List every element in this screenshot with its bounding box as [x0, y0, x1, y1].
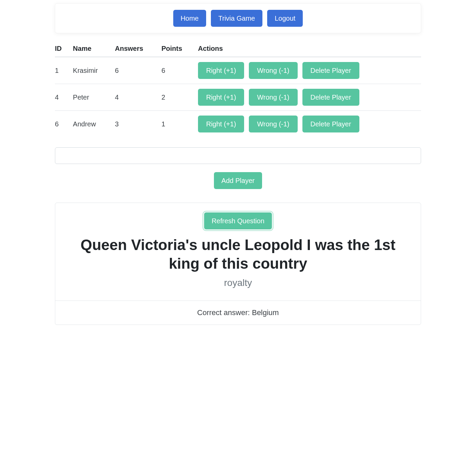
cell-points: 2 — [161, 84, 198, 111]
question-text: Queen Victoria's uncle Leopold I was the… — [69, 235, 407, 273]
right-button[interactable]: Right (+1) — [198, 62, 244, 79]
question-category: royalty — [69, 277, 407, 288]
cell-answers: 3 — [115, 111, 161, 138]
delete-player-button[interactable]: Delete Player — [302, 89, 359, 106]
col-points: Points — [161, 43, 198, 57]
nav-trivia-button[interactable]: Trivia Game — [211, 10, 262, 27]
answer-prefix: Correct answer: — [197, 308, 252, 317]
cell-answers: 6 — [115, 57, 161, 84]
answer-text: Belgium — [252, 308, 279, 317]
cell-id: 4 — [55, 84, 73, 111]
navbar: Home Trivia Game Logout — [55, 3, 421, 33]
players-table: ID Name Answers Points Actions 1 Krasimi… — [55, 43, 421, 137]
delete-player-button[interactable]: Delete Player — [302, 116, 359, 132]
player-name-input[interactable] — [55, 147, 421, 164]
col-actions: Actions — [198, 43, 421, 57]
right-button[interactable]: Right (+1) — [198, 116, 244, 132]
add-player-button[interactable]: Add Player — [214, 172, 262, 189]
cell-id: 6 — [55, 111, 73, 138]
nav-home-button[interactable]: Home — [173, 10, 206, 27]
nav-logout-button[interactable]: Logout — [267, 10, 303, 27]
cell-name: Krasimir — [73, 57, 115, 84]
cell-name: Andrew — [73, 111, 115, 138]
question-card: Refresh Question Queen Victoria's uncle … — [55, 203, 421, 325]
cell-answers: 4 — [115, 84, 161, 111]
wrong-button[interactable]: Wrong (-1) — [249, 62, 297, 79]
wrong-button[interactable]: Wrong (-1) — [249, 116, 297, 132]
table-row: 6 Andrew 3 1 Right (+1) Wrong (-1) Delet… — [55, 111, 421, 138]
col-id: ID — [55, 43, 73, 57]
cell-points: 6 — [161, 57, 198, 84]
table-row: 4 Peter 4 2 Right (+1) Wrong (-1) Delete… — [55, 84, 421, 111]
cell-id: 1 — [55, 57, 73, 84]
wrong-button[interactable]: Wrong (-1) — [249, 89, 297, 106]
col-answers: Answers — [115, 43, 161, 57]
cell-points: 1 — [161, 111, 198, 138]
col-name: Name — [73, 43, 115, 57]
right-button[interactable]: Right (+1) — [198, 89, 244, 106]
table-row: 1 Krasimir 6 6 Right (+1) Wrong (-1) Del… — [55, 57, 421, 84]
refresh-question-button[interactable]: Refresh Question — [204, 212, 272, 229]
cell-name: Peter — [73, 84, 115, 111]
answer-footer: Correct answer: Belgium — [55, 301, 421, 325]
delete-player-button[interactable]: Delete Player — [302, 62, 359, 79]
